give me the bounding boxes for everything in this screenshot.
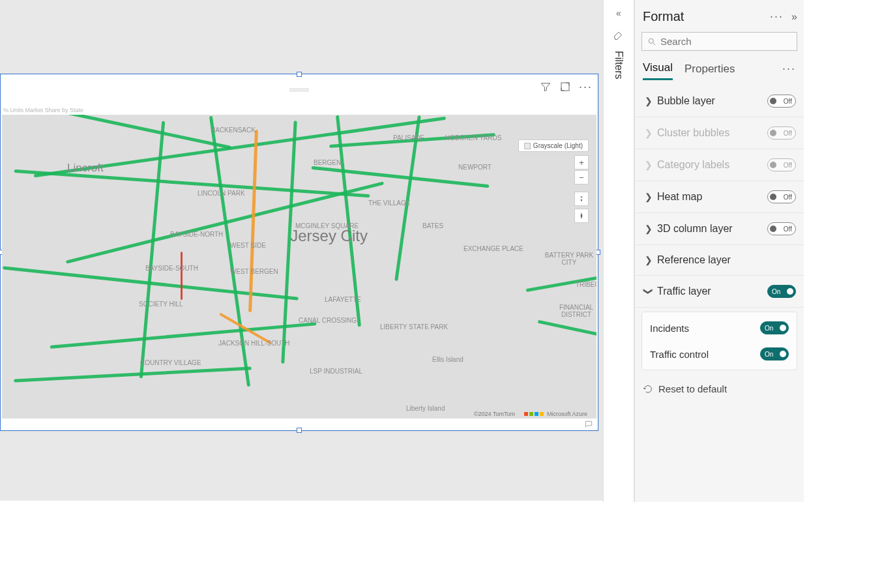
tab-properties[interactable]: Properties <box>684 59 735 80</box>
map-visual-container[interactable]: ··· % Units Market Share by State <box>0 74 598 431</box>
format-search[interactable] <box>641 32 797 51</box>
map-label: JACKSON HILL-SOUTH <box>218 340 289 347</box>
format-pane-header: Format ··· » <box>635 0 804 29</box>
focus-mode-icon[interactable] <box>559 81 571 93</box>
map-label: TRIBECA <box>576 281 596 288</box>
svg-rect-0 <box>561 83 569 91</box>
expand-filters-icon[interactable]: « <box>616 8 621 18</box>
compass-button[interactable] <box>574 209 589 223</box>
chevron-right-icon: ❯ <box>643 224 654 234</box>
report-canvas: ··· % Units Market Share by State <box>0 0 603 588</box>
toggle-incidents[interactable]: On <box>760 321 789 334</box>
pitch-button[interactable] <box>574 192 589 206</box>
reset-icon <box>643 384 653 394</box>
card-reference-layer[interactable]: ❯ Reference layer <box>635 245 804 276</box>
map-place-label: Lincroft <box>67 162 104 175</box>
map-label: COUNTRY VILLAGE <box>140 359 201 366</box>
map-label: BERGEN <box>314 159 341 166</box>
card-traffic-layer[interactable]: ❯ Traffic layer On <box>635 276 804 308</box>
zoom-out-button[interactable]: − <box>574 170 589 184</box>
toggle-heat-map[interactable]: Off <box>767 190 796 203</box>
search-input[interactable] <box>660 36 791 47</box>
map-label: LINCOLN PARK <box>198 190 245 197</box>
toggle-traffic-control[interactable]: On <box>760 347 789 360</box>
attribution-tomtom: ©2024 TomTom <box>474 411 515 417</box>
map-style-label: Grayscale (Light) <box>533 142 583 149</box>
format-tabs: Visual Properties ··· <box>635 57 804 80</box>
svg-point-1 <box>649 38 653 43</box>
format-more-icon[interactable]: ··· <box>767 10 786 23</box>
card-3d-column-layer[interactable]: ❯ 3D column layer Off <box>635 213 804 245</box>
canvas-background-lower <box>0 501 882 588</box>
format-card-list: ❯ Bubble layer Off ❯ Cluster bubbles Off… <box>635 85 804 404</box>
chevron-right-icon: ❯ <box>643 128 654 138</box>
sub-traffic-control: Traffic control On <box>642 341 797 367</box>
traffic-overlay <box>2 115 596 419</box>
map-label: HACKENSACK <box>211 126 256 134</box>
map-label: NEWPORT <box>458 164 492 171</box>
map-label: MCGINLEY SQUARE <box>295 222 359 229</box>
filters-pane-label[interactable]: Filters <box>613 51 625 80</box>
chevron-down-icon: ❯ <box>643 286 654 297</box>
visual-title: % Units Market Share by State <box>3 106 83 115</box>
map-label: LIBERTY STATE PARK <box>380 323 448 331</box>
toggle-cluster-bubbles: Off <box>767 126 796 140</box>
chevron-right-icon: ❯ <box>643 96 654 106</box>
traffic-sub-panel: Incidents On Traffic control On <box>641 312 797 370</box>
map-label: LAFAYETTE <box>325 296 361 303</box>
map-attribution: ©2024 TomTom Microsoft Azure <box>474 411 587 417</box>
visual-header-icons: ··· <box>540 81 593 93</box>
filters-pane-collapsed: « Filters <box>603 0 634 502</box>
toggle-traffic-layer[interactable]: On <box>767 285 796 298</box>
card-cluster-bubbles: ❯ Cluster bubbles Off <box>635 117 804 149</box>
map-label: WEST BERGEN <box>230 268 278 275</box>
map-label: BATES <box>422 222 443 229</box>
drag-handle[interactable] <box>289 87 309 93</box>
map-style-picker[interactable]: Grayscale (Light) <box>518 140 589 152</box>
search-icon <box>647 37 656 46</box>
filter-icon[interactable] <box>540 81 551 93</box>
eraser-icon[interactable] <box>613 29 625 40</box>
collapse-format-icon[interactable]: » <box>791 11 797 23</box>
resize-handle-bottom[interactable] <box>297 428 302 433</box>
card-category-labels: ❯ Category labels Off <box>635 149 804 181</box>
map-label: SOCIETY HILL <box>139 301 183 308</box>
comment-icon[interactable] <box>583 420 594 429</box>
map-label: Ellis Island <box>432 356 463 363</box>
card-heat-map[interactable]: ❯ Heat map Off <box>635 181 804 213</box>
card-bubble-layer[interactable]: ❯ Bubble layer Off <box>635 85 804 117</box>
map-label: CANAL CROSSING <box>299 317 357 324</box>
toggle-bubble-layer[interactable]: Off <box>767 95 796 108</box>
tabs-more-icon[interactable]: ··· <box>782 62 796 76</box>
microsoft-logo: Microsoft Azure <box>524 411 587 417</box>
map-label: BAYSIDE-SOUTH <box>145 265 198 272</box>
visual-topbar: ··· <box>1 74 598 106</box>
map-label: LSP INDUSTRIAL <box>310 368 362 375</box>
map-label: WEST SIDE <box>230 242 266 249</box>
map-canvas[interactable]: Jersey City Lincroft HACKENSACK LINCOLN … <box>2 115 596 419</box>
toggle-3d-column-layer[interactable]: Off <box>767 222 796 235</box>
format-pane-title: Format <box>643 9 762 24</box>
map-label: BATTERY PARK CITY <box>542 252 596 266</box>
map-city-label: Jersey City <box>290 227 368 245</box>
chevron-right-icon: ❯ <box>643 255 654 265</box>
map-label: BAYSIDE-NORTH <box>170 231 223 238</box>
map-label: FINANCIAL DISTRICT <box>556 304 596 318</box>
map-label: EXCHANGE PLACE <box>463 245 523 252</box>
tab-visual[interactable]: Visual <box>643 57 673 80</box>
map-label: PALISADE <box>393 134 424 141</box>
map-label: Liberty Island <box>406 405 445 412</box>
toggle-category-labels: Off <box>767 158 796 171</box>
map-label: HOBOKEN YARDS <box>445 134 501 141</box>
zoom-in-button[interactable]: + <box>574 155 589 169</box>
map-label: THE VILLAGE <box>368 199 410 207</box>
format-pane: Format ··· » Visual Properties ··· ❯ Bub… <box>634 0 804 502</box>
more-options-icon[interactable]: ··· <box>579 81 593 93</box>
reset-to-default[interactable]: Reset to default <box>635 374 804 404</box>
svg-line-2 <box>653 42 656 45</box>
sub-incidents: Incidents On <box>642 315 797 341</box>
chevron-right-icon: ❯ <box>643 160 654 170</box>
chevron-right-icon: ❯ <box>643 192 654 202</box>
